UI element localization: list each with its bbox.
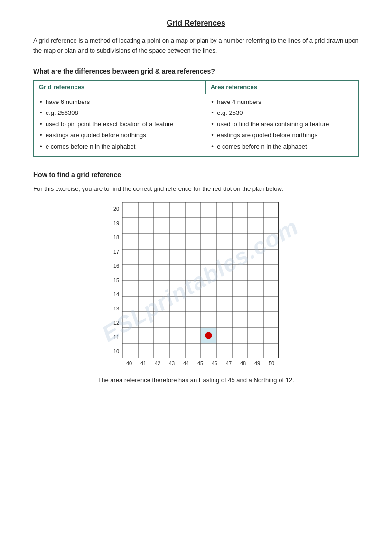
list-item: e comes before n in the alphabet [210,142,353,151]
page-title: Grid References [33,19,359,28]
how-to-heading: How to find a grid reference [33,171,359,179]
list-item: eastings are quoted before northings [39,131,200,140]
x-label: 47 [222,360,236,366]
x-label: 41 [136,360,150,366]
grid-col-header: Grid references [34,80,205,94]
y-label: 20 [113,202,119,216]
y-label: 10 [113,344,119,358]
list-item: eastings are quoted before northings [210,131,353,140]
exercise-text: For this exercise, you are to find the c… [33,184,359,194]
x-label: 46 [207,360,222,366]
x-label: 48 [236,360,250,366]
y-label: 12 [113,316,119,330]
list-item: have 4 numbers [210,97,353,107]
grid-svg [122,202,278,358]
y-label: 15 [113,273,119,287]
y-label: 13 [113,301,119,316]
list-item: e comes before n in the alphabet [39,142,200,151]
list-item: have 6 numbers [39,97,200,107]
x-axis-labels: 4041424344454647484950 [122,358,279,366]
intro-text: A grid reference is a method of locating… [33,36,359,56]
y-label: 17 [113,245,119,259]
y-label: 19 [113,216,119,230]
list-item: used to pin point the exact location of … [39,120,200,129]
y-label: 14 [113,287,119,301]
area-items-cell: have 4 numberse.g. 2530used to find the … [205,94,358,157]
grid-container: 1011121314151617181920 ESLprintables.com… [33,202,359,366]
x-label: 43 [165,360,179,366]
grid-and-x: ESLprintables.com 4041424344454647484950 [122,202,279,366]
x-label: 40 [122,360,136,366]
x-label: 45 [193,360,207,366]
x-label: 50 [264,360,279,366]
x-label: 44 [179,360,193,366]
area-col-header: Area references [205,80,358,94]
grid-area: ESLprintables.com [122,202,279,358]
y-label: 11 [113,330,119,344]
conclusion-text: The area reference therefore has an East… [33,376,359,386]
differences-heading: What are the differences between grid & … [33,67,359,75]
x-label: 42 [150,360,165,366]
svg-point-23 [205,332,212,339]
comparison-table: Grid references Area references have 6 n… [33,80,359,157]
list-item: e.g. 2530 [210,108,353,118]
y-label: 18 [113,230,119,245]
y-axis-labels: 1011121314151617181920 [113,202,122,358]
x-label: 49 [250,360,264,366]
y-label: 16 [113,259,119,273]
grid-items-cell: have 6 numberse.g. 256308used to pin poi… [34,94,205,157]
list-item: used to find the area containing a featu… [210,120,353,129]
list-item: e.g. 256308 [39,108,200,118]
